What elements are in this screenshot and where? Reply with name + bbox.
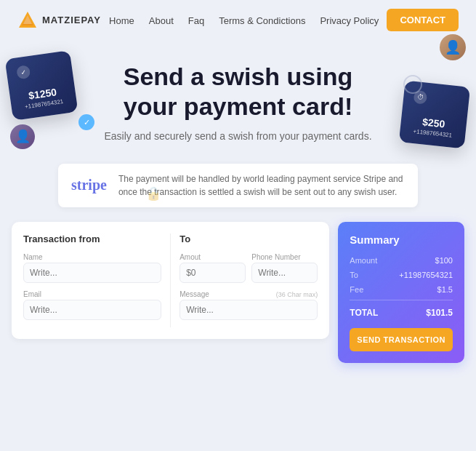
card-check-icon: ✓ <box>16 65 31 79</box>
stripe-text: The payment will be handled by world lea… <box>118 172 405 199</box>
summary-total-value: $101.5 <box>426 308 453 318</box>
message-label: Message <box>179 290 209 298</box>
summary-card: Summary Amount $100 To +11987654321 Fee … <box>338 222 464 363</box>
summary-to-row: To +11987654321 <box>350 271 453 279</box>
hero-subtext: Easily and securely send a swish from yo… <box>15 130 461 142</box>
message-input[interactable] <box>179 300 318 320</box>
form-col-from: Transaction from Name Email <box>23 234 161 327</box>
summary-amount-label: Amount <box>350 256 377 265</box>
stripe-banner: stripe The payment will be handled by wo… <box>58 164 418 207</box>
logo-icon <box>17 10 38 31</box>
nav-faq[interactable]: Faq <box>188 15 204 26</box>
amount-phone-row: Amout Phone Number <box>179 253 318 290</box>
form-col-to: To Amout Phone Number Message (36 Char m… <box>170 234 318 327</box>
nav-privacy[interactable]: Privacy Policy <box>320 15 379 26</box>
contact-button[interactable]: CONTACT <box>387 9 459 31</box>
avatar-top-right: 👤 <box>440 34 466 60</box>
from-title: Transaction from <box>23 234 161 244</box>
deco-clock-icon <box>403 75 422 94</box>
stripe-logo: stripe <box>71 177 107 193</box>
phone-label: Phone Number <box>251 253 318 261</box>
phone-field-group: Phone Number <box>251 253 318 283</box>
hero-heading-line1: Send a swish using <box>124 63 353 90</box>
bottom-section: Transaction from Name Email To Amout <box>0 222 476 378</box>
deco-check-icon: ✓ <box>78 114 94 130</box>
email-field-group: Email <box>23 290 161 320</box>
nav-home[interactable]: Home <box>109 15 134 26</box>
hero-section: 👤 ✓ $1250 +11987654321 ⏱ $250 +119876543… <box>0 40 476 156</box>
name-label: Name <box>23 253 161 261</box>
summary-to-label: To <box>350 271 358 279</box>
navbar: MATZIEPAY Home About Faq Terms & Condict… <box>0 0 476 40</box>
summary-title: Summary <box>350 234 453 246</box>
summary-fee-value: $1.5 <box>437 285 453 294</box>
amount-field-group: Amout <box>179 253 246 283</box>
name-input[interactable] <box>23 263 161 283</box>
summary-total-label: TOTAL <box>350 308 378 318</box>
email-label: Email <box>23 290 161 298</box>
summary-fee-label: Fee <box>350 285 363 294</box>
char-hint: (36 Char max) <box>276 291 318 298</box>
logo-text: MATZIEPAY <box>42 15 101 25</box>
avatar-bottom-left: 👤 <box>10 124 35 149</box>
name-field-group: Name <box>23 253 161 283</box>
logo: MATZIEPAY <box>17 10 101 31</box>
form-columns: Transaction from Name Email To Amout <box>23 234 318 327</box>
send-transaction-button[interactable]: SEND TRANSACTION <box>350 328 453 351</box>
to-title: To <box>179 234 318 244</box>
hero-heading: Send a swish using your payment card! <box>15 62 461 121</box>
message-field-group: Message (36 Char max) <box>179 290 318 320</box>
nav-terms[interactable]: Terms & Condictions <box>219 15 305 26</box>
deco-lock-icon: 🔒 <box>145 185 161 201</box>
summary-to-value: +11987654321 <box>399 271 453 279</box>
amount-input[interactable] <box>179 263 246 283</box>
email-input[interactable] <box>23 300 161 320</box>
form-card: Transaction from Name Email To Amout <box>12 222 329 339</box>
nav-about[interactable]: About <box>149 15 174 26</box>
summary-amount-row: Amount $100 <box>350 256 453 265</box>
amount-label: Amout <box>179 253 246 261</box>
summary-amount-value: $100 <box>435 256 453 265</box>
nav-links: Home About Faq Terms & Condictions Priva… <box>109 14 379 27</box>
card-float-left: ✓ $1250 +11987654321 <box>5 50 78 121</box>
summary-total-row: TOTAL $101.5 <box>350 300 453 318</box>
phone-input[interactable] <box>251 263 318 283</box>
summary-fee-row: Fee $1.5 <box>350 285 453 294</box>
hero-heading-line2: your payment card! <box>124 92 353 120</box>
